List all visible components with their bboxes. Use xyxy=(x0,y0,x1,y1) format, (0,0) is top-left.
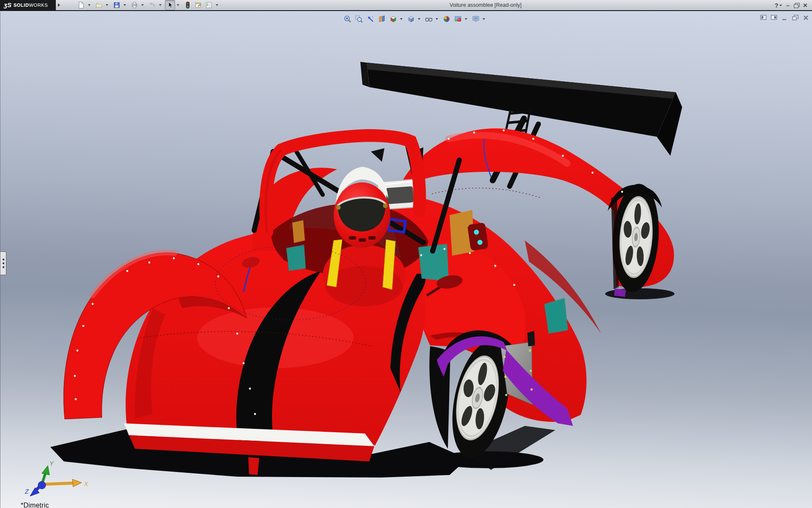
driver-helmet xyxy=(334,167,390,248)
new-document-icon xyxy=(77,1,85,9)
reference-triad: Y X Z xyxy=(12,460,93,502)
display-style-button[interactable] xyxy=(406,14,416,24)
view-settings-icon xyxy=(472,15,480,23)
main-toolbar xyxy=(76,0,221,10)
section-view-icon xyxy=(378,15,386,23)
options-checklist-icon xyxy=(205,1,213,9)
help-dropdown-icon[interactable] xyxy=(779,5,782,6)
zoom-to-fit-button[interactable] xyxy=(342,14,353,24)
save-dropdown[interactable] xyxy=(122,0,127,10)
graphics-viewport[interactable]: Y X Z *Dimetric xyxy=(0,12,812,508)
print-button[interactable] xyxy=(129,0,140,10)
apply-scene-button[interactable] xyxy=(453,14,463,24)
new-document-button[interactable] xyxy=(76,0,86,10)
rebuild-button[interactable] xyxy=(183,0,193,10)
select-dropdown[interactable] xyxy=(176,0,180,10)
brand-text: SOLIDWORKS xyxy=(14,3,48,8)
car-assembly-model[interactable] xyxy=(0,12,812,508)
hide-show-items-button[interactable] xyxy=(423,14,434,24)
document-minimize-button[interactable] xyxy=(780,14,789,21)
undo-dropdown[interactable] xyxy=(158,0,162,10)
view-orientation-label: *Dimetric xyxy=(21,502,49,508)
edit-color-button[interactable] xyxy=(193,0,203,10)
solidworks-logo-mark: ʒS xyxy=(4,2,11,8)
view-orientation-button[interactable] xyxy=(388,14,398,24)
new-document-dropdown[interactable] xyxy=(87,0,91,10)
title-bar: ʒS SOLIDWORKS xyxy=(0,0,812,11)
triad-y-label: Y xyxy=(49,460,54,467)
options-button[interactable] xyxy=(204,0,214,10)
open-document-button[interactable] xyxy=(94,0,104,10)
print-dropdown[interactable] xyxy=(140,0,145,10)
document-window-controls xyxy=(759,14,810,21)
expand-left-icon xyxy=(2,266,4,268)
feature-panel-collapsed-tab[interactable] xyxy=(0,251,6,275)
close-x-icon xyxy=(803,15,809,21)
restore-icon xyxy=(794,3,799,8)
select-button[interactable] xyxy=(165,0,175,10)
zoom-to-fit-icon xyxy=(343,15,352,23)
expand-left-icon xyxy=(2,258,4,261)
menu-expand-button[interactable] xyxy=(56,0,62,11)
expand-left-icon xyxy=(2,262,4,265)
window-next-button[interactable] xyxy=(770,14,778,21)
window-previous-button[interactable] xyxy=(759,14,768,21)
previous-view-icon xyxy=(366,15,375,23)
save-floppy-icon xyxy=(113,1,121,9)
save-button[interactable] xyxy=(112,0,122,10)
zoom-to-area-icon xyxy=(355,15,363,23)
hide-show-items-dropdown[interactable] xyxy=(435,14,439,24)
window-controls: ? – × xyxy=(774,0,809,11)
select-cursor-icon xyxy=(166,1,174,9)
help-button[interactable]: ? xyxy=(774,0,779,11)
eyeglasses-icon xyxy=(425,15,433,23)
restore-button[interactable] xyxy=(794,2,799,9)
headsup-view-toolbar xyxy=(342,14,487,24)
print-icon xyxy=(131,1,138,9)
undo-button[interactable] xyxy=(147,0,157,10)
triad-z-label: Z xyxy=(25,488,29,495)
document-close-button[interactable] xyxy=(801,14,810,21)
display-style-icon xyxy=(407,15,415,23)
document-title: Voiture assomblee [Read-only] xyxy=(450,0,521,11)
view-orientation-icon xyxy=(389,15,398,23)
traffic-light-icon xyxy=(184,1,192,9)
apply-scene-dropdown[interactable] xyxy=(464,14,468,24)
previous-view-button[interactable] xyxy=(365,14,376,24)
minimize-icon xyxy=(782,15,787,21)
options-dropdown[interactable] xyxy=(214,0,219,10)
zoom-to-area-button[interactable] xyxy=(354,14,364,24)
edit-color-icon xyxy=(195,1,202,9)
restore-windows-icon xyxy=(792,14,799,21)
edit-appearance-button[interactable] xyxy=(441,14,452,24)
close-button[interactable]: × xyxy=(801,0,809,11)
section-view-button[interactable] xyxy=(376,14,387,24)
document-restore-button[interactable] xyxy=(791,14,799,21)
triad-x-label: X xyxy=(84,480,88,487)
view-orientation-dropdown[interactable] xyxy=(399,14,403,24)
open-folder-icon xyxy=(95,1,103,9)
solidworks-logo: ʒS SOLIDWORKS xyxy=(0,0,56,11)
appearance-ball-icon xyxy=(442,15,451,23)
expand-right-icon xyxy=(58,3,60,7)
undo-icon xyxy=(148,1,156,9)
window-next-icon xyxy=(771,14,778,21)
open-document-dropdown[interactable] xyxy=(104,0,109,10)
view-settings-button[interactable] xyxy=(470,14,481,24)
display-style-dropdown[interactable] xyxy=(417,14,421,24)
window-previous-icon xyxy=(760,14,767,21)
apply-scene-icon xyxy=(454,15,462,23)
minimize-button[interactable]: – xyxy=(784,0,792,11)
view-settings-dropdown[interactable] xyxy=(482,14,486,24)
